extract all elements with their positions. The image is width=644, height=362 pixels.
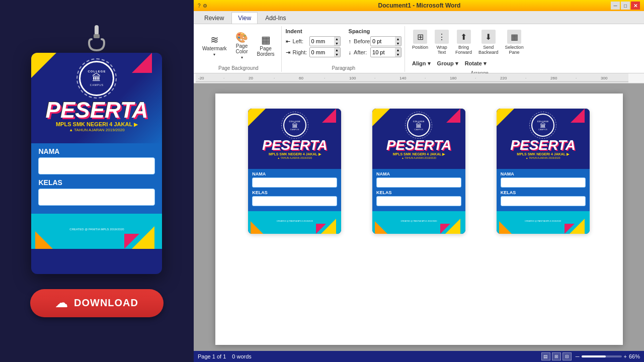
zoom-slider[interactable]: [582, 355, 622, 357]
indent-right-value[interactable]: [310, 49, 334, 56]
page-color-arrow: ▾: [241, 55, 243, 60]
ribbon-tabs: Review View Add-Ins: [194, 11, 644, 24]
zoom-fill: [582, 355, 606, 357]
word-application: ? ⚙ Document1 - Microsoft Word ─ □ ✕ Rev…: [194, 0, 644, 362]
download-button[interactable]: ☁ DOWNLOAD: [30, 289, 164, 317]
view-buttons: ▤ ⊞ ⊟: [541, 352, 572, 360]
svg-text:220: 220: [500, 76, 507, 80]
spacing-before-value[interactable]: [371, 38, 395, 45]
spacing-after-label: After:: [354, 49, 369, 55]
send-backward-icon: ⬇: [481, 30, 496, 44]
selection-pane-button[interactable]: ▦ SelectionPane: [502, 27, 527, 57]
document-area[interactable]: COLLEGE 🏛 CAMPUS PESERTA MPLS SMK NEGERI…: [194, 83, 644, 351]
position-button[interactable]: ⊞ Position: [409, 27, 431, 52]
spacing-before-row: ↑ Before: ▲ ▼: [349, 36, 402, 46]
rotate-icon: Rotate ▾: [465, 60, 487, 67]
badge-top: COLLEGE 🏛 CAMPUS PESERTA MPLS SMK NEGERI…: [31, 53, 162, 143]
indent-left-up[interactable]: ▲: [334, 37, 340, 41]
badge-card: COLLEGE 🏛 CAMPUS PESERTA MPLS SMK NEGERI…: [31, 53, 162, 274]
send-backward-label: SendBackward: [478, 45, 499, 55]
svg-text:-20: -20: [198, 76, 204, 80]
group-icon: Group ▾: [437, 60, 458, 67]
svg-text:100: 100: [349, 76, 356, 80]
indent-right-down[interactable]: ▼: [334, 52, 340, 57]
watermark-label: Watermark: [202, 46, 227, 51]
indent-left-value[interactable]: [310, 38, 334, 45]
status-right: ▤ ⊞ ⊟ ─ + 66%: [541, 352, 640, 360]
indent-right-up[interactable]: ▲: [334, 48, 340, 52]
indent-right-input[interactable]: ▲ ▼: [309, 47, 341, 57]
rotate-button[interactable]: Rotate ▾: [462, 58, 490, 69]
mini-kelas-box-1[interactable]: [252, 196, 337, 206]
page-borders-button[interactable]: ▦ PageBorders: [254, 33, 278, 59]
zoom-plus[interactable]: +: [624, 353, 627, 359]
spacing-before-down[interactable]: ▼: [395, 41, 401, 46]
zoom-minus[interactable]: ─: [576, 353, 580, 359]
kelas-field-box[interactable]: [38, 189, 155, 206]
svg-rect-0: [95, 25, 99, 35]
bring-forward-button[interactable]: ⬆ BringForward: [452, 27, 475, 57]
position-label: Position: [412, 45, 428, 50]
indent-right-icon: ⇥: [286, 49, 290, 56]
page-color-button[interactable]: 🎨 PageColor ▾: [231, 30, 253, 62]
badge-card-2: COLLEGE 🏛 CAMPUS PESERTA MPLS SMK NEGERI…: [372, 109, 465, 234]
page-color-icon: 🎨: [235, 32, 248, 42]
svg-text:·: ·: [475, 76, 476, 80]
mini-badge-top-1: COLLEGE 🏛 CAMPUS PESERTA MPLS SMK NEGERI…: [248, 109, 341, 169]
svg-text:60: 60: [299, 76, 303, 80]
zoom-percent: 66%: [629, 353, 640, 359]
indent-left-down[interactable]: ▼: [334, 41, 340, 46]
ruler-svg: -20 · 20 · 60 · 100 · 140 · 180 · 220 · …: [196, 73, 628, 83]
mini-kelas-box-2[interactable]: [376, 196, 461, 206]
svg-text:·: ·: [374, 76, 375, 80]
spacing-after-value[interactable]: [371, 49, 395, 56]
tahun-label: ▲ TAHUN AJARAN 2019/2020: [37, 128, 156, 132]
spacing-before-input[interactable]: ▲ ▼: [370, 36, 401, 46]
mini-badge-top-3: COLLEGE 🏛 CAMPUS PESERTA MPLS SMK NEGERI…: [497, 109, 590, 169]
align-button[interactable]: Align ▾: [409, 58, 434, 69]
badge-preview: COLLEGE 🏛 CAMPUS PESERTA MPLS SMK NEGERI…: [30, 25, 164, 317]
ribbon-group-arrange: ⊞ Position ⋮ WrapText ⬆ BringForward ⬇ S…: [406, 26, 553, 72]
mini-middle-1: NAMA KELAS: [248, 169, 341, 211]
group-button[interactable]: Group ▾: [434, 58, 461, 69]
maximize-button[interactable]: □: [621, 2, 630, 10]
spacing-before-spinners[interactable]: ▲ ▼: [395, 37, 401, 46]
left-panel: COLLEGE 🏛 CAMPUS PESERTA MPLS SMK NEGERI…: [0, 0, 194, 362]
indent-section: Indent ⇤ Left: ▲ ▼ ⇥: [286, 28, 341, 57]
indent-left-spinners[interactable]: ▲ ▼: [334, 37, 340, 46]
mini-nama-box-2[interactable]: [376, 177, 461, 188]
full-screen-btn[interactable]: ⊞: [552, 352, 561, 360]
tab-view[interactable]: View: [231, 12, 258, 24]
spacing-before-up[interactable]: ▲: [395, 37, 401, 41]
send-backward-button[interactable]: ⬇ SendBackward: [475, 27, 502, 57]
svg-rect-3: [196, 81, 628, 82]
indent-right-spinners[interactable]: ▲ ▼: [334, 48, 340, 57]
ruler: -20 · 20 · 60 · 100 · 140 · 180 · 220 · …: [194, 73, 644, 83]
tab-addins[interactable]: Add-Ins: [259, 12, 292, 24]
status-left: Page 1 of 1 0 words: [198, 353, 252, 359]
nama-field-box[interactable]: [38, 157, 155, 174]
settings-icon: ⚙: [203, 3, 207, 9]
spacing-after-spinners[interactable]: ▲ ▼: [395, 48, 401, 57]
web-layout-btn[interactable]: ⊟: [562, 352, 572, 360]
badge-middle: NAMA KELAS: [31, 143, 162, 214]
minimize-button[interactable]: ─: [611, 2, 620, 10]
watermark-icon: ≋: [210, 35, 219, 45]
mini-logo-3: COLLEGE 🏛 CAMPUS: [501, 114, 586, 137]
spacing-after-down[interactable]: ▼: [395, 52, 401, 57]
watermark-button[interactable]: ≋ Watermark ▾: [199, 33, 230, 59]
spacing-after-input[interactable]: ▲ ▼: [370, 47, 401, 57]
mini-nama-box-1[interactable]: [252, 177, 337, 188]
page-borders-icon: ▦: [261, 35, 271, 45]
wrap-text-button[interactable]: ⋮ WrapText: [432, 27, 452, 57]
indent-left-input[interactable]: ▲ ▼: [309, 36, 341, 46]
page-status: Page 1 of 1: [198, 353, 226, 359]
page-background-label: Page Background: [218, 64, 259, 71]
mini-kelas-box-3[interactable]: [501, 196, 586, 206]
indent-title: Indent: [286, 28, 341, 34]
close-button[interactable]: ✕: [631, 2, 640, 10]
mini-nama-box-3[interactable]: [501, 177, 586, 188]
tab-review[interactable]: Review: [198, 12, 230, 24]
print-layout-btn[interactable]: ▤: [541, 352, 550, 360]
spacing-after-up[interactable]: ▲: [395, 48, 401, 52]
